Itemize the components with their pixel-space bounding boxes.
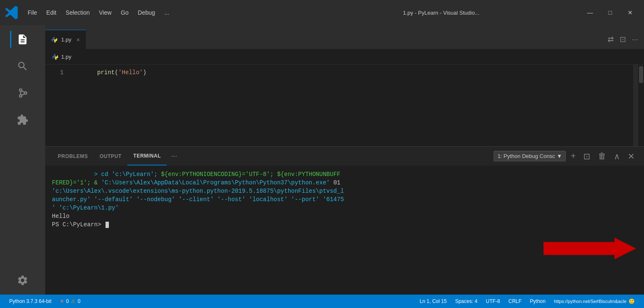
more-actions-button[interactable]: ··· [630, 34, 640, 46]
tab-actions: ⇄ ⊡ ··· [602, 33, 644, 49]
menu-go[interactable]: Go [116, 8, 133, 18]
menu-more[interactable]: ... [160, 8, 173, 18]
new-terminal-button[interactable]: + [568, 150, 578, 163]
editor-minimap [633, 65, 638, 146]
split-terminal-button[interactable]: ⊡ [581, 150, 593, 163]
terminal-line-5: ' 'c:\PyLearn\1.py' [52, 204, 637, 212]
activity-bar [0, 25, 45, 295]
breadcrumb-filename: 1.py [61, 54, 72, 60]
close-button[interactable]: ✕ [621, 6, 640, 19]
menu-bar: File Edit Selection View Go Debug ... [23, 8, 302, 18]
maximize-panel-button[interactable]: ∧ [611, 150, 623, 163]
term-cmd-text: > cd 'c:\PyLearn'; [52, 171, 161, 178]
terminal-line-1: > cd 'c:\PyLearn'; ${env:PYTHONIOENCODIN… [52, 170, 637, 179]
window-controls: — □ ✕ [580, 6, 640, 19]
panel-area: PROBLEMS OUTPUT TERMINAL ··· 1: Python D… [45, 146, 644, 295]
open-paren: ( [115, 68, 118, 77]
status-line-col[interactable]: Ln 1, Col 15 [415, 295, 451, 308]
menu-file[interactable]: File [23, 8, 41, 18]
terminal-prompt-line: PS C:\PyLearn> [52, 220, 637, 229]
keyword-print: print [97, 68, 115, 77]
tab-label: 1.py [61, 36, 72, 43]
status-python-version[interactable]: Python 3.7.3 64-bit [5, 295, 56, 308]
window-title: 1.py - PyLearn - Visual Studio... [302, 10, 580, 16]
activity-settings[interactable] [10, 268, 35, 293]
activity-explorer[interactable] [10, 27, 35, 52]
main-layout: 1.py × ⇄ ⊡ ··· 1.py 1 [0, 25, 644, 295]
editor-area: 1.py × ⇄ ⊡ ··· 1.py 1 [45, 25, 644, 295]
activity-extensions[interactable] [10, 107, 35, 132]
terminal-select-label: 1: Python Debug Consc [497, 153, 555, 159]
close-panel-button[interactable]: ✕ [625, 150, 637, 163]
titlebar: File Edit Selection View Go Debug ... 1.… [0, 0, 644, 25]
warning-icon: ⚠ [71, 298, 75, 304]
tab-bar: 1.py × ⇄ ⊡ ··· [45, 25, 644, 49]
panel-controls: 1: Python Debug Consc ▼ + ⊡ 🗑 ∧ ✕ [494, 150, 637, 163]
terminal-line-3: 'c:\Users\Alex\.vscode\extensions\ms-pyt… [52, 187, 637, 195]
tab-terminal[interactable]: TERMINAL [127, 147, 167, 166]
activity-search[interactable] [10, 54, 35, 79]
arrow-annotation [544, 236, 636, 261]
status-encoding[interactable]: UTF-8 [482, 295, 504, 308]
line-numbers: 1 [45, 65, 70, 146]
tab-output[interactable]: OUTPUT [94, 147, 127, 166]
error-icon: ✕ [60, 298, 64, 304]
minimize-button[interactable]: — [580, 6, 600, 19]
editor-scrollbar[interactable] [638, 65, 644, 146]
status-spaces[interactable]: Spaces: 4 [451, 295, 482, 308]
panel-more-button[interactable]: ··· [167, 152, 181, 160]
scrollbar-thumb [639, 66, 643, 83]
status-line-endings[interactable]: CRLF [504, 295, 526, 308]
layout-button[interactable]: ⊡ [618, 33, 628, 46]
status-errors[interactable]: ✕ 0 ⚠ 0 [56, 295, 85, 308]
tab-problems[interactable]: PROBLEMS [52, 147, 94, 166]
terminal-line-4: auncher.py' '--default' '--nodebug' '--c… [52, 195, 637, 204]
code-line-1: print('Hello') [74, 68, 644, 77]
terminal-cursor [106, 222, 109, 228]
svg-line-5 [21, 93, 24, 95]
string-hello: 'Hello' [118, 68, 143, 77]
vscode-logo-icon [4, 5, 19, 20]
tab-1py[interactable]: 1.py × [45, 30, 86, 49]
status-bar: Python 3.7.3 64-bit ✕ 0 ⚠ 0 Ln 1, Col 15… [0, 295, 644, 308]
warning-count: 0 [77, 298, 80, 304]
close-paren: ) [143, 68, 146, 77]
menu-view[interactable]: View [95, 8, 116, 18]
terminal-line-2: FERED}='1'; & 'C:\Users\Alex\AppData\Loc… [52, 179, 637, 187]
feedback-icon: 🙂 [629, 298, 635, 304]
maximize-button[interactable]: □ [600, 6, 620, 19]
status-language[interactable]: Python [526, 295, 550, 308]
annotation-arrow-icon [544, 236, 636, 261]
error-count: 0 [66, 298, 69, 304]
chevron-down-icon: ▼ [556, 153, 562, 159]
menu-edit[interactable]: Edit [42, 8, 61, 18]
panel-tabs: PROBLEMS OUTPUT TERMINAL ··· 1: Python D… [45, 147, 644, 166]
feedback-url: https://python.net/Se#Bisculm&acle [554, 299, 626, 304]
activity-source-control[interactable] [10, 80, 35, 106]
code-editor[interactable]: print('Hello') [70, 65, 644, 146]
terminal-prompt: PS C:\PyLearn> [52, 221, 105, 228]
svg-line-4 [21, 91, 24, 92]
status-feedback[interactable]: https://python.net/Se#Bisculm&acle 🙂 [550, 295, 639, 308]
kill-terminal-button[interactable]: 🗑 [595, 150, 609, 163]
terminal-selector[interactable]: 1: Python Debug Consc ▼ [494, 151, 566, 161]
python-tab-icon [51, 36, 58, 43]
breadcrumb: 1.py [45, 49, 644, 65]
editor-content[interactable]: 1 print('Hello') [45, 65, 644, 146]
breadcrumb-python-icon [52, 54, 59, 60]
line-number-1: 1 [45, 68, 64, 77]
menu-selection[interactable]: Selection [62, 8, 94, 18]
terminal-content[interactable]: > cd 'c:\PyLearn'; ${env:PYTHONIOENCODIN… [45, 166, 644, 295]
svg-marker-6 [544, 238, 636, 259]
terminal-line-hello: Hello [52, 212, 637, 220]
menu-debug[interactable]: Debug [134, 8, 159, 18]
tab-close-button[interactable]: × [77, 36, 80, 43]
split-editor-button[interactable]: ⇄ [606, 33, 616, 46]
